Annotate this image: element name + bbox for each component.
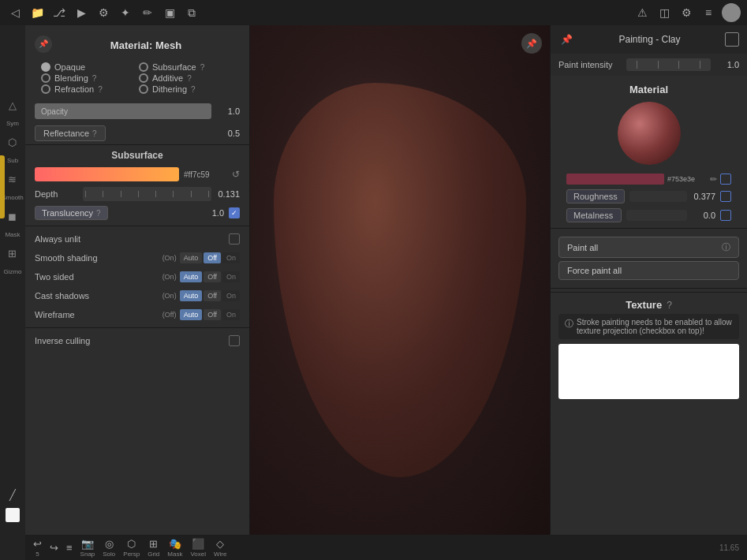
share-icon[interactable]: ⎇ [50,4,68,21]
camera-icon[interactable]: ▣ [161,4,178,21]
radio-additive[interactable]: Additive ? [139,73,233,83]
settings-circle-icon[interactable]: ⚙ [95,4,112,21]
texture-preview[interactable] [558,344,739,399]
avatar[interactable] [722,3,741,22]
mask-icon: 🎭 [169,538,181,550]
cast-shadows-off-btn[interactable]: Off [204,290,221,301]
force-paint-all-button[interactable]: Force paint all [558,261,739,280]
undo-count: 5 [35,551,39,558]
blending-help-icon[interactable]: ? [92,74,97,83]
layers2-icon[interactable]: ◫ [655,4,673,21]
pin-button[interactable]: 📌 [35,35,52,53]
refresh-icon[interactable]: ↺ [232,169,240,180]
refraction-help-icon[interactable]: ? [98,85,103,94]
snap-button[interactable]: 📷 Snap [80,538,95,558]
painting-checkbox[interactable] [725,32,739,47]
sun-icon[interactable]: ✦ [117,4,134,21]
opacity-track[interactable]: Opacity [35,103,211,119]
radio-subsurface-circle [139,62,148,72]
translucency-help-icon[interactable]: ? [96,209,101,218]
cast-shadows-auto-btn[interactable]: Auto [180,290,203,301]
depth-ticks [83,187,211,201]
radio-refraction[interactable]: Refraction ? [41,84,136,94]
translucency-value: 1.0 [200,208,224,218]
persp-label: Persp [123,551,140,558]
two-sided-on-btn[interactable]: On [222,271,240,282]
wireframe-on-btn[interactable]: On [222,309,240,320]
subsurface-color-swatch[interactable] [35,167,179,181]
inverse-culling-checkbox[interactable] [229,335,240,346]
right-pin-button[interactable]: 📌 [558,32,574,47]
paint-all-help-icon[interactable]: ⓘ [722,241,730,253]
material-color-swatch[interactable] [566,174,664,185]
gear-icon[interactable]: ⚙ [678,4,695,21]
two-sided-off-btn[interactable]: Off [204,271,221,282]
sidebar-icon-sym[interactable]: △ [2,95,23,115]
always-unlit-checkbox[interactable] [229,233,240,245]
center-pin-button[interactable]: 📌 [521,33,542,54]
sidebar-icon-mask[interactable]: ◼ [2,206,23,226]
edit-color-icon[interactable]: ✏ [710,174,717,185]
reflectance-button[interactable]: Reflectance ? [35,125,106,141]
translucency-checkbox[interactable]: ✓ [229,207,240,218]
paint-icon[interactable]: ╱ [2,484,23,505]
sidebar-icon-smooth[interactable]: ≋ [2,169,23,189]
dithering-help-icon[interactable]: ? [191,85,196,94]
reflectance-help-icon[interactable]: ? [92,129,97,138]
divider1 [25,226,249,226]
right-panel: 📌 Painting - Clay Paint intensity 1.0 Ma… [550,25,747,535]
additive-help-icon[interactable]: ? [187,74,192,83]
persp-button[interactable]: ⬡ Persp [123,538,140,558]
solo-button[interactable]: ◎ Solo [103,538,115,558]
radio-additive-circle [139,73,148,83]
mask-button[interactable]: 🎭 Mask [167,538,182,558]
paint-all-button[interactable]: Paint all ⓘ [558,237,739,258]
metalness-track[interactable] [626,210,687,221]
video-icon[interactable]: ▶ [73,4,90,21]
roughness-button[interactable]: Roughness [566,189,625,203]
grid-button[interactable]: ⊞ Grid [148,538,159,558]
depth-label: Depth [35,189,78,199]
translucency-button[interactable]: Translucency ? [35,206,108,220]
texture-help-icon[interactable]: ? [667,300,672,311]
cast-shadows-buttons: (On) Auto Off On [162,290,240,301]
layers-icon[interactable]: ⧉ [183,4,200,21]
subsurface-help-icon[interactable]: ? [200,63,205,72]
cast-shadows-on-btn[interactable]: On [222,290,240,301]
white-square-icon[interactable] [6,508,20,522]
metalness-checkbox[interactable] [720,210,731,221]
metalness-button[interactable]: Metalness [566,208,622,222]
wireframe-off-btn[interactable]: Off [204,309,221,320]
list-button[interactable]: ≡ [66,542,73,554]
brush-icon[interactable]: ✏ [139,4,156,21]
back-icon[interactable]: ◁ [6,4,24,21]
paint-intensity-label: Paint intensity [558,60,622,69]
smooth-auto-btn[interactable]: Auto [180,252,203,263]
frame-info: 11.65 [719,543,739,552]
always-unlit-row: Always unlit [25,230,249,248]
two-sided-auto-btn[interactable]: Auto [180,271,203,282]
redo-button[interactable]: ↪ [50,542,58,554]
voxel-button[interactable]: ⬛ Voxel [190,538,206,558]
color-checkbox[interactable] [720,174,731,185]
wireframe-auto-btn[interactable]: Auto [180,309,203,320]
radio-dithering[interactable]: Dithering ? [139,84,233,94]
radio-blending[interactable]: Blending ? [41,73,136,83]
sidebar-icon-sub[interactable]: ⬡ [2,132,23,152]
sidebar-icon-gizmo[interactable]: ⊞ [2,243,23,263]
radio-additive-label: Additive [152,73,183,83]
alert-icon[interactable]: ⚠ [633,4,651,21]
roughness-track[interactable] [629,191,687,202]
smooth-off-btn[interactable]: Off [204,252,221,263]
undo-button[interactable]: ↩ 5 [33,538,42,558]
menu-icon[interactable]: ≡ [700,4,717,21]
intensity-track[interactable] [626,58,711,71]
wire-button[interactable]: ◇ Wire [214,538,226,558]
depth-track[interactable] [83,187,211,201]
folder-icon[interactable]: 📁 [28,4,46,21]
smooth-on-btn[interactable]: On [222,252,240,263]
roughness-checkbox[interactable] [720,191,731,202]
radio-opaque[interactable]: Opaque [41,62,136,72]
texture-title: Texture [626,299,662,311]
radio-subsurface[interactable]: Subsurface ? [139,62,233,72]
